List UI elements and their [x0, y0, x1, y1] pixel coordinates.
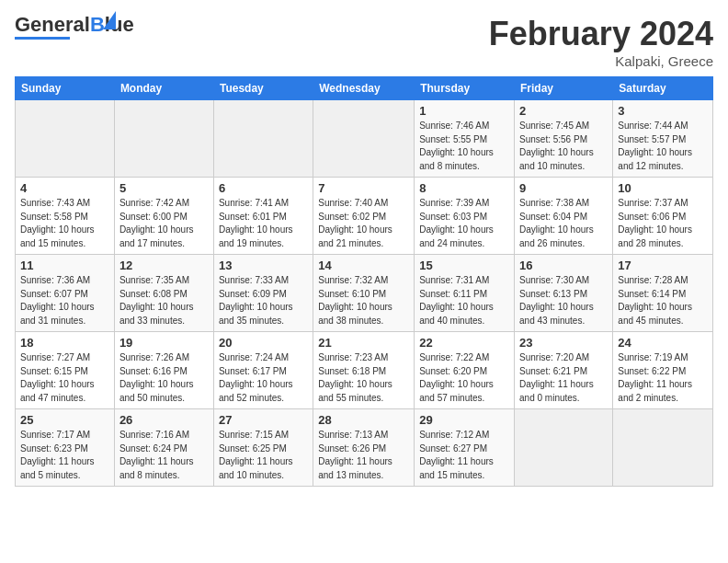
day-info: Sunrise: 7:38 AM Sunset: 6:04 PM Dayligh… — [519, 197, 608, 250]
day-number: 11 — [20, 259, 109, 272]
col-header-sunday: Sunday — [16, 77, 115, 100]
location-title: Kalpaki, Greece — [489, 53, 713, 69]
day-number: 5 — [119, 181, 209, 195]
day-info: Sunrise: 7:46 AM Sunset: 5:55 PM Dayligh… — [419, 120, 509, 173]
week-row-5: 25Sunrise: 7:17 AM Sunset: 6:23 PM Dayli… — [16, 409, 713, 487]
day-number: 28 — [318, 413, 409, 427]
day-number: 1 — [419, 104, 509, 118]
day-info: Sunrise: 7:31 AM Sunset: 6:11 PM Dayligh… — [419, 274, 509, 327]
calendar-cell: 22Sunrise: 7:22 AM Sunset: 6:20 PM Dayli… — [415, 332, 515, 409]
day-number: 8 — [419, 181, 509, 195]
col-header-monday: Monday — [114, 77, 213, 100]
day-info: Sunrise: 7:40 AM Sunset: 6:02 PM Dayligh… — [318, 197, 409, 250]
day-info: Sunrise: 7:39 AM Sunset: 6:03 PM Dayligh… — [419, 197, 509, 250]
calendar-cell: 25Sunrise: 7:17 AM Sunset: 6:23 PM Dayli… — [16, 409, 115, 487]
calendar-cell: 14Sunrise: 7:32 AM Sunset: 6:10 PM Dayli… — [313, 255, 415, 332]
calendar-cell — [213, 100, 313, 178]
day-number: 9 — [519, 181, 608, 195]
day-number: 18 — [20, 336, 109, 350]
day-info: Sunrise: 7:32 AM Sunset: 6:10 PM Dayligh… — [318, 274, 409, 327]
day-number: 17 — [618, 259, 708, 272]
day-number: 3 — [618, 104, 708, 118]
day-number: 4 — [20, 181, 109, 195]
day-info: Sunrise: 7:33 AM Sunset: 6:09 PM Dayligh… — [219, 274, 308, 327]
day-number: 13 — [219, 259, 308, 272]
day-info: Sunrise: 7:22 AM Sunset: 6:20 PM Dayligh… — [419, 351, 509, 405]
calendar-cell: 26Sunrise: 7:16 AM Sunset: 6:24 PM Dayli… — [114, 409, 213, 487]
week-row-4: 18Sunrise: 7:27 AM Sunset: 6:15 PM Dayli… — [16, 332, 713, 409]
calendar-cell — [313, 100, 415, 178]
page-header: General B lue February 2024 Kalpaki, Gre… — [15, 15, 713, 69]
day-number: 16 — [519, 259, 608, 272]
calendar-table: SundayMondayTuesdayWednesdayThursdayFrid… — [15, 76, 713, 487]
day-number: 20 — [219, 336, 308, 350]
col-header-thursday: Thursday — [415, 77, 515, 100]
calendar-cell: 12Sunrise: 7:35 AM Sunset: 6:08 PM Dayli… — [114, 255, 213, 332]
calendar-cell — [613, 409, 713, 487]
calendar-cell: 17Sunrise: 7:28 AM Sunset: 6:14 PM Dayli… — [613, 255, 713, 332]
calendar-cell: 5Sunrise: 7:42 AM Sunset: 6:00 PM Daylig… — [114, 178, 213, 255]
day-info: Sunrise: 7:15 AM Sunset: 6:25 PM Dayligh… — [219, 429, 308, 482]
calendar-cell — [16, 100, 115, 178]
day-number: 19 — [119, 336, 209, 350]
day-info: Sunrise: 7:26 AM Sunset: 6:16 PM Dayligh… — [119, 351, 209, 405]
day-number: 22 — [419, 336, 509, 350]
calendar-cell: 18Sunrise: 7:27 AM Sunset: 6:15 PM Dayli… — [16, 332, 115, 409]
col-header-tuesday: Tuesday — [213, 77, 313, 100]
day-number: 6 — [219, 181, 308, 195]
col-header-saturday: Saturday — [613, 77, 713, 100]
calendar-cell — [515, 409, 613, 487]
calendar-cell: 8Sunrise: 7:39 AM Sunset: 6:03 PM Daylig… — [415, 178, 515, 255]
day-info: Sunrise: 7:13 AM Sunset: 6:26 PM Dayligh… — [318, 429, 409, 482]
day-number: 21 — [318, 336, 409, 350]
calendar-cell: 29Sunrise: 7:12 AM Sunset: 6:27 PM Dayli… — [415, 409, 515, 487]
day-number: 26 — [119, 413, 209, 427]
calendar-header-row: SundayMondayTuesdayWednesdayThursdayFrid… — [16, 77, 713, 100]
day-info: Sunrise: 7:36 AM Sunset: 6:07 PM Dayligh… — [20, 274, 109, 327]
day-number: 2 — [519, 104, 608, 118]
calendar-cell: 1Sunrise: 7:46 AM Sunset: 5:55 PM Daylig… — [415, 100, 515, 178]
calendar-cell: 11Sunrise: 7:36 AM Sunset: 6:07 PM Dayli… — [16, 255, 115, 332]
day-info: Sunrise: 7:44 AM Sunset: 5:57 PM Dayligh… — [618, 120, 708, 173]
day-info: Sunrise: 7:19 AM Sunset: 6:22 PM Dayligh… — [618, 351, 708, 405]
day-info: Sunrise: 7:17 AM Sunset: 6:23 PM Dayligh… — [20, 429, 109, 482]
day-number: 27 — [219, 413, 308, 427]
calendar-cell: 15Sunrise: 7:31 AM Sunset: 6:11 PM Dayli… — [415, 255, 515, 332]
calendar-cell: 19Sunrise: 7:26 AM Sunset: 6:16 PM Dayli… — [114, 332, 213, 409]
day-info: Sunrise: 7:16 AM Sunset: 6:24 PM Dayligh… — [119, 429, 209, 482]
day-number: 10 — [618, 181, 708, 195]
day-number: 12 — [119, 259, 209, 272]
day-info: Sunrise: 7:27 AM Sunset: 6:15 PM Dayligh… — [20, 351, 109, 405]
day-number: 24 — [618, 336, 708, 350]
calendar-cell: 21Sunrise: 7:23 AM Sunset: 6:18 PM Dayli… — [313, 332, 415, 409]
svg-marker-0 — [103, 11, 116, 29]
logo-underline — [15, 37, 70, 40]
calendar-cell: 9Sunrise: 7:38 AM Sunset: 6:04 PM Daylig… — [515, 178, 613, 255]
day-info: Sunrise: 7:24 AM Sunset: 6:17 PM Dayligh… — [219, 351, 308, 405]
logo: General B lue — [15, 15, 134, 40]
calendar-cell: 2Sunrise: 7:45 AM Sunset: 5:56 PM Daylig… — [515, 100, 613, 178]
day-info: Sunrise: 7:12 AM Sunset: 6:27 PM Dayligh… — [419, 429, 509, 482]
day-number: 23 — [519, 336, 608, 350]
col-header-wednesday: Wednesday — [313, 77, 415, 100]
col-header-friday: Friday — [515, 77, 613, 100]
day-info: Sunrise: 7:43 AM Sunset: 5:58 PM Dayligh… — [20, 197, 109, 250]
calendar-cell: 10Sunrise: 7:37 AM Sunset: 6:06 PM Dayli… — [613, 178, 713, 255]
day-number: 29 — [419, 413, 509, 427]
calendar-cell: 23Sunrise: 7:20 AM Sunset: 6:21 PM Dayli… — [515, 332, 613, 409]
calendar-cell: 28Sunrise: 7:13 AM Sunset: 6:26 PM Dayli… — [313, 409, 415, 487]
calendar-cell: 16Sunrise: 7:30 AM Sunset: 6:13 PM Dayli… — [515, 255, 613, 332]
day-info: Sunrise: 7:37 AM Sunset: 6:06 PM Dayligh… — [618, 197, 708, 250]
day-info: Sunrise: 7:35 AM Sunset: 6:08 PM Dayligh… — [119, 274, 209, 327]
calendar-cell: 3Sunrise: 7:44 AM Sunset: 5:57 PM Daylig… — [613, 100, 713, 178]
day-number: 25 — [20, 413, 109, 427]
week-row-2: 4Sunrise: 7:43 AM Sunset: 5:58 PM Daylig… — [16, 178, 713, 255]
calendar-cell: 7Sunrise: 7:40 AM Sunset: 6:02 PM Daylig… — [313, 178, 415, 255]
day-number: 15 — [419, 259, 509, 272]
day-info: Sunrise: 7:45 AM Sunset: 5:56 PM Dayligh… — [519, 120, 608, 173]
calendar-cell: 20Sunrise: 7:24 AM Sunset: 6:17 PM Dayli… — [213, 332, 313, 409]
day-info: Sunrise: 7:30 AM Sunset: 6:13 PM Dayligh… — [519, 274, 608, 327]
calendar-cell — [114, 100, 213, 178]
calendar-cell: 6Sunrise: 7:41 AM Sunset: 6:01 PM Daylig… — [213, 178, 313, 255]
week-row-1: 1Sunrise: 7:46 AM Sunset: 5:55 PM Daylig… — [16, 100, 713, 178]
